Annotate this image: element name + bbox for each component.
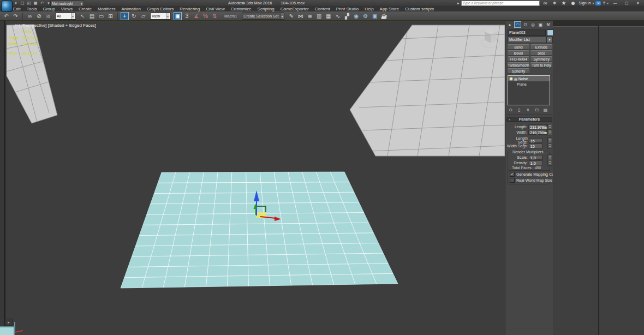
- make-unique-icon[interactable]: ∨: [525, 107, 531, 113]
- search-input[interactable]: [461, 1, 540, 6]
- material-editor-icon[interactable]: ◉: [352, 12, 360, 20]
- undo-icon[interactable]: ↶: [39, 1, 45, 5]
- menu-item-animation[interactable]: Animation: [121, 7, 141, 11]
- menu-item-group[interactable]: Group: [43, 7, 55, 11]
- pin-stack-icon[interactable]: ⊝: [508, 107, 514, 113]
- close-button[interactable]: ✕: [633, 1, 643, 5]
- render-production-icon[interactable]: ☕: [380, 12, 388, 20]
- menu-item-gameexporter[interactable]: GameExporter: [281, 7, 309, 11]
- modifier-stack[interactable]: ▦ Noise Plane: [508, 75, 550, 105]
- unlink-selection-icon[interactable]: ⊘: [35, 12, 43, 20]
- help-caret-icon[interactable]: ▾: [607, 1, 609, 5]
- sign-in-button[interactable]: Sign In: [579, 1, 591, 5]
- modifier-button-ffd-4x4x4[interactable]: FFD 4x4x4: [508, 56, 529, 62]
- modifier-button-turbosmooth[interactable]: TurboSmooth: [508, 62, 529, 68]
- menu-item-edit[interactable]: Edit: [13, 7, 21, 11]
- menu-item-customize[interactable]: Customize: [231, 7, 252, 11]
- menu-item-views[interactable]: Views: [61, 7, 73, 11]
- width-field[interactable]: 219,780m: [528, 130, 547, 135]
- length-segs-field[interactable]: 15: [529, 138, 542, 143]
- select-and-scale-icon[interactable]: ▱: [139, 12, 147, 20]
- modifier-button-bend[interactable]: Bend: [508, 44, 529, 50]
- menu-item-modifiers[interactable]: Modifiers: [98, 7, 115, 11]
- configure-modifier-sets-icon[interactable]: ▤: [542, 107, 548, 113]
- app-menu-caret-icon[interactable]: ▾: [13, 1, 19, 5]
- motion-tab-icon[interactable]: ◎: [529, 21, 536, 28]
- select-and-rotate-icon[interactable]: ↻: [130, 12, 138, 20]
- remove-modifier-icon[interactable]: ⊟: [534, 107, 540, 113]
- a360-exchange-icon[interactable]: ✕: [595, 1, 601, 5]
- layer-manager-icon[interactable]: ▥: [315, 12, 323, 20]
- coordinate-system-dropdown[interactable]: View▾: [150, 13, 171, 20]
- menu-item-civil-view[interactable]: Civil View: [206, 7, 225, 11]
- spinner-snap-icon[interactable]: ⇅: [211, 12, 219, 20]
- render-setup-icon[interactable]: ⚙: [361, 12, 369, 20]
- menu-item-help[interactable]: Help: [365, 7, 373, 11]
- menu-item-app-store[interactable]: App Store: [380, 7, 399, 11]
- width-segs-spinner[interactable]: ▴▾: [547, 143, 552, 149]
- align-icon[interactable]: ≣: [306, 12, 314, 20]
- open-file-icon[interactable]: ◰: [26, 1, 32, 5]
- select-by-name-icon[interactable]: ▤: [88, 12, 96, 20]
- menu-item-content[interactable]: Content: [315, 7, 330, 11]
- length-field[interactable]: 231,979m: [528, 124, 547, 129]
- named-selection-set-dropdown[interactable]: Create Selection Set▾: [242, 13, 284, 20]
- ribbon-icon[interactable]: ▦: [324, 12, 332, 20]
- dock-divider[interactable]: [598, 26, 599, 335]
- modifier-list-caret-icon[interactable]: ▾: [547, 37, 553, 43]
- curve-editor-icon[interactable]: ∿: [333, 12, 342, 20]
- generate-mapping-checkbox[interactable]: ✓: [510, 172, 515, 177]
- modifier-button-bevel[interactable]: Bevel: [508, 50, 529, 56]
- left-viewport-sliver[interactable]: [0, 21, 5, 335]
- create-tab-icon[interactable]: ▸: [506, 21, 514, 28]
- save-file-icon[interactable]: ▦: [33, 1, 38, 5]
- angle-snap-icon[interactable]: ∡: [192, 12, 200, 20]
- infocenter-expander-icon[interactable]: ▸: [457, 1, 460, 5]
- display-tab-icon[interactable]: ▣: [537, 21, 544, 28]
- new-scene-icon[interactable]: ▢: [20, 1, 25, 5]
- density-spinner[interactable]: ▴▾: [547, 160, 552, 166]
- mirror-icon[interactable]: ⋈: [296, 12, 305, 20]
- width-spinner[interactable]: ▴▾: [547, 129, 552, 135]
- bind-to-spacewarp-icon[interactable]: ≋: [44, 12, 52, 20]
- maximize-button[interactable]: ▢: [622, 1, 631, 5]
- density-field[interactable]: 1,0: [529, 160, 542, 165]
- play-animation-icon[interactable]: ▸: [5, 319, 13, 326]
- minimize-button[interactable]: —: [610, 1, 620, 5]
- modifier-button-slice[interactable]: Slice: [530, 50, 552, 56]
- menu-item-rendering[interactable]: Rendering: [180, 7, 200, 11]
- object-name-field[interactable]: Plane003: [508, 29, 546, 36]
- modifier-list-dropdown[interactable]: Modifier List: [508, 37, 547, 43]
- viewport-label[interactable]: [+] [Perspective] [Shaded + Edged Faces]: [15, 23, 96, 28]
- redo-icon[interactable]: ↷: [11, 12, 20, 20]
- menu-item-tools[interactable]: Tools: [27, 7, 37, 11]
- selected-plane-object[interactable]: [121, 172, 398, 288]
- rectangular-selection-region-icon[interactable]: ▭: [97, 12, 105, 20]
- modifier-button-extrude[interactable]: Extrude: [530, 44, 552, 50]
- hierarchy-tab-icon[interactable]: ⊡: [522, 21, 529, 28]
- help-icon[interactable]: ?: [603, 1, 605, 5]
- modifier-button-turn-to-poly[interactable]: Turn to Poly: [530, 62, 552, 68]
- perspective-viewport[interactable]: [+] [Perspective] [Shaded + Edged Faces]…: [5, 21, 505, 335]
- schematic-view-icon[interactable]: ▞: [343, 12, 351, 20]
- rendered-frame-icon[interactable]: ▣: [371, 12, 379, 20]
- scale-field[interactable]: 1,0: [529, 155, 542, 160]
- menu-item-custom-scripts[interactable]: Custom scripts: [405, 7, 434, 11]
- show-end-result-icon[interactable]: ▯: [516, 107, 522, 113]
- modifier-button-spherify[interactable]: Spherify: [508, 68, 529, 74]
- stack-item-noise[interactable]: ▦ Noise: [508, 76, 550, 81]
- modifier-button-symmetry[interactable]: Symmetry: [530, 56, 552, 62]
- window-crossing-icon[interactable]: ⊞: [106, 12, 115, 20]
- sign-in-caret-icon[interactable]: ▾: [592, 1, 594, 5]
- width-segs-field[interactable]: 15: [529, 143, 542, 148]
- menu-item-print-studio[interactable]: Print Studio: [336, 7, 359, 11]
- snap-toggle-3d-icon[interactable]: 3: [183, 12, 191, 20]
- select-and-link-icon[interactable]: ∞: [26, 12, 34, 20]
- menu-item-graph-editors[interactable]: Graph Editors: [147, 7, 174, 11]
- utilities-tab-icon[interactable]: ⚒: [545, 21, 552, 28]
- menu-item-create[interactable]: Create: [79, 7, 92, 11]
- white-plane-top-right[interactable]: [350, 25, 505, 156]
- app-logo[interactable]: [1, 1, 13, 12]
- percent-snap-icon[interactable]: %: [201, 12, 210, 20]
- use-pivot-point-icon[interactable]: ▣: [174, 12, 182, 20]
